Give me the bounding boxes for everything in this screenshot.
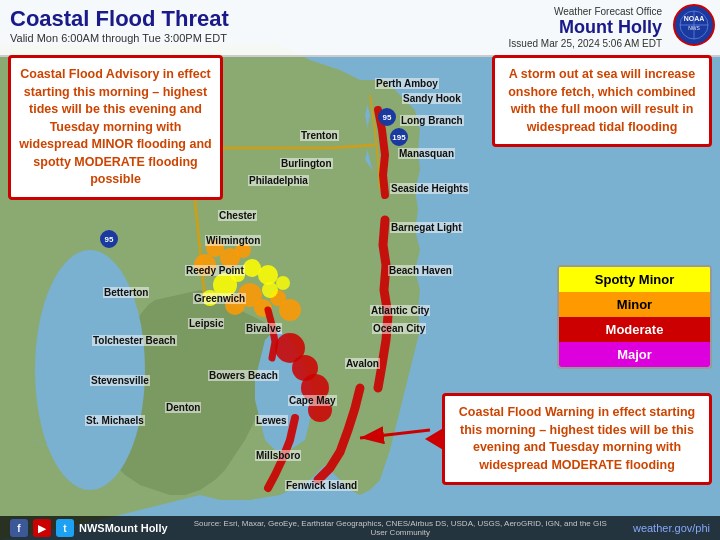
legend-moderate: Moderate (559, 317, 710, 342)
wfo-label: Weather Forecast Office (554, 6, 662, 17)
footer: f ▶ t NWSMount Holly Source: Esri, Maxar… (0, 516, 720, 540)
advisory-box-bottom: Coastal Flood Warning in effect starting… (442, 393, 712, 485)
social-icons: f ▶ t NWSMount Holly (10, 519, 168, 537)
svg-point-25 (262, 282, 278, 298)
source-text: Source: Esri, Maxar, GeoEye, Earthstar G… (168, 519, 633, 537)
website-link: weather.gov/phi (633, 522, 710, 534)
svg-point-11 (258, 265, 278, 285)
svg-point-5 (35, 250, 145, 490)
legend-minor: Minor (559, 292, 710, 317)
header: Coastal Flood Threat Valid Mon 6:00AM th… (0, 0, 720, 57)
nws-handle: NWSMount Holly (79, 522, 168, 534)
advisory-box-left: Coastal Flood Advisory in effect startin… (8, 55, 223, 200)
svg-point-20 (308, 398, 332, 422)
svg-point-8 (202, 290, 218, 306)
svg-point-19 (301, 374, 329, 402)
issued-time: Issued Mar 25, 2024 5:06 AM EDT (509, 38, 662, 49)
legend-major: Major (559, 342, 710, 367)
youtube-icon: ▶ (33, 519, 51, 537)
svg-point-24 (235, 242, 251, 258)
office-name: Mount Holly (559, 17, 662, 38)
svg-point-26 (276, 276, 290, 290)
twitter-icon: t (56, 519, 74, 537)
svg-point-9 (231, 268, 245, 282)
facebook-icon: f (10, 519, 28, 537)
title-block: Coastal Flood Threat Valid Mon 6:00AM th… (10, 6, 509, 44)
legend: Spotty Minor Minor Moderate Major (557, 265, 712, 369)
legend-spotty-minor: Spotty Minor (559, 267, 710, 292)
nws-logo: NOAA NWS (673, 4, 715, 46)
advisory-box-right: A storm out at sea will increase onshore… (492, 55, 712, 147)
valid-time: Valid Mon 6:00AM through Tue 3:00PM EDT (10, 32, 509, 44)
svg-point-16 (279, 299, 301, 321)
svg-text:NWS: NWS (688, 25, 700, 31)
svg-point-21 (194, 254, 216, 276)
main-title: Coastal Flood Threat (10, 6, 509, 32)
